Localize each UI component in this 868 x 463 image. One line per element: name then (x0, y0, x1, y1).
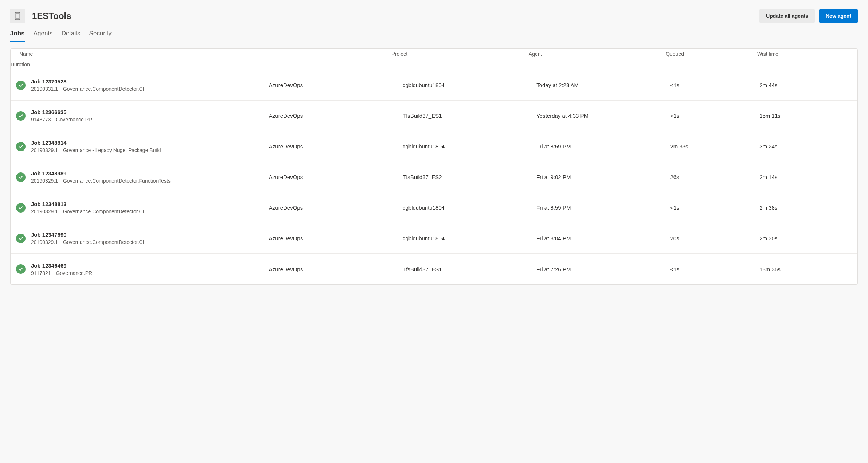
job-definition: Governance.ComponentDetector.CI (63, 86, 144, 92)
status-cell (11, 106, 31, 126)
jobs-table: Name Project Agent Queued Wait time Dura… (10, 48, 858, 285)
pool-icon (10, 9, 25, 23)
cell-duration: 2m 38s (759, 205, 849, 211)
cell-agent[interactable]: cgbldubuntu1804 (403, 205, 536, 211)
new-agent-button[interactable]: New agent (819, 9, 858, 23)
cell-wait: 20s (670, 235, 759, 241)
job-title[interactable]: Job 12348989 (31, 170, 263, 176)
job-subtitle: 20190329.1Governance.ComponentDetector.C… (31, 209, 263, 214)
cell-agent[interactable]: TfsBuild37_ES1 (403, 113, 536, 119)
cell-agent[interactable]: TfsBuild37_ES2 (403, 174, 536, 180)
job-title[interactable]: Job 12348813 (31, 201, 263, 207)
job-build-number: 20190329.1 (31, 178, 58, 184)
success-check-icon (16, 172, 26, 182)
job-definition: Governance.PR (56, 270, 93, 276)
cell-project[interactable]: AzureDevOps (269, 82, 403, 88)
table-row[interactable]: Job 123666359143773Governance.PRAzureDev… (11, 101, 857, 131)
cell-queued: Fri at 9:02 PM (536, 174, 670, 180)
cell-project[interactable]: AzureDevOps (269, 143, 403, 149)
status-cell (11, 198, 31, 218)
tab-jobs[interactable]: Jobs (10, 30, 25, 42)
cell-project[interactable]: AzureDevOps (269, 266, 403, 272)
job-name-cell: Job 1234898920190329.1Governance.Compone… (31, 170, 269, 184)
job-build-number: 20190329.1 (31, 209, 58, 214)
cell-duration: 15m 11s (759, 113, 849, 119)
job-name-cell: Job 1234881320190329.1Governance.Compone… (31, 201, 269, 214)
cell-queued: Yesterday at 4:33 PM (536, 113, 670, 119)
cell-queued: Fri at 8:04 PM (536, 235, 670, 241)
job-build-number: 20190331.1 (31, 86, 58, 92)
job-definition: Governance.PR (56, 117, 93, 122)
job-definition: Governance - Legacy Nuget Package Build (63, 147, 161, 153)
cell-wait: <1s (670, 205, 759, 211)
cell-duration: 13m 36s (759, 266, 849, 272)
cell-agent[interactable]: cgbldubuntu1804 (403, 235, 536, 241)
job-subtitle: 9143773Governance.PR (31, 117, 263, 122)
table-row[interactable]: Job 123464699117821Governance.PRAzureDev… (11, 254, 857, 284)
col-project[interactable]: Project (391, 51, 528, 57)
job-name-cell: Job 123464699117821Governance.PR (31, 262, 269, 276)
tab-details[interactable]: Details (62, 30, 81, 42)
success-check-icon (16, 234, 26, 243)
job-name-cell: Job 123666359143773Governance.PR (31, 109, 269, 122)
table-row[interactable]: Job 1234881420190329.1Governance - Legac… (11, 131, 857, 162)
cell-queued: Today at 2:23 AM (536, 82, 670, 88)
cell-queued: Fri at 8:59 PM (536, 143, 670, 149)
job-build-number: 9117821 (31, 270, 51, 276)
success-check-icon (16, 203, 26, 213)
table-row[interactable]: Job 1234898920190329.1Governance.Compone… (11, 162, 857, 192)
cell-queued: Fri at 7:26 PM (536, 266, 670, 272)
cell-wait: 2m 33s (670, 143, 759, 149)
status-cell (11, 136, 31, 156)
job-subtitle: 20190329.1Governance - Legacy Nuget Pack… (31, 147, 263, 153)
page-title: 1ESTools (32, 11, 71, 21)
job-title[interactable]: Job 12348814 (31, 140, 263, 146)
cell-project[interactable]: AzureDevOps (269, 235, 403, 241)
job-subtitle: 9117821Governance.PR (31, 270, 263, 276)
cell-duration: 3m 24s (759, 143, 849, 149)
job-title[interactable]: Job 12366635 (31, 109, 263, 115)
cell-queued: Fri at 8:59 PM (536, 205, 670, 211)
cell-duration: 2m 14s (759, 174, 849, 180)
page-header: 1ESTools Update all agents New agent (10, 9, 858, 23)
tab-security[interactable]: Security (89, 30, 112, 42)
status-cell (11, 167, 31, 187)
cell-wait: <1s (670, 113, 759, 119)
update-all-agents-button[interactable]: Update all agents (759, 9, 815, 23)
status-cell (11, 228, 31, 248)
col-agent[interactable]: Agent (529, 51, 666, 57)
col-wait-time[interactable]: Wait time (757, 51, 849, 57)
job-name-cell: Job 1237052820190331.1Governance.Compone… (31, 78, 269, 92)
cell-agent[interactable]: cgbldubuntu1804 (403, 143, 536, 149)
cell-duration: 2m 44s (759, 82, 849, 88)
job-subtitle: 20190329.1Governance.ComponentDetector.C… (31, 239, 263, 245)
status-cell (11, 259, 31, 279)
cell-agent[interactable]: cgbldubuntu1804 (403, 82, 536, 88)
cell-agent[interactable]: TfsBuild37_ES1 (403, 266, 536, 272)
job-build-number: 20190329.1 (31, 239, 58, 245)
job-title[interactable]: Job 12347690 (31, 231, 263, 238)
col-duration[interactable]: Duration (11, 62, 254, 67)
table-row[interactable]: Job 1237052820190331.1Governance.Compone… (11, 70, 857, 101)
job-definition: Governance.ComponentDetector.CI (63, 239, 144, 245)
table-header-row: Name Project Agent Queued Wait time Dura… (11, 49, 857, 70)
job-subtitle: 20190329.1Governance.ComponentDetector.F… (31, 178, 263, 184)
success-check-icon (16, 81, 26, 90)
cell-wait: 26s (670, 174, 759, 180)
job-definition: Governance.ComponentDetector.FunctionTes… (63, 178, 171, 184)
job-title[interactable]: Job 12370528 (31, 78, 263, 85)
job-build-number: 20190329.1 (31, 147, 58, 153)
col-name[interactable]: Name (11, 51, 391, 57)
table-row[interactable]: Job 1234881320190329.1Governance.Compone… (11, 192, 857, 223)
job-name-cell: Job 1234881420190329.1Governance - Legac… (31, 140, 269, 153)
cell-project[interactable]: AzureDevOps (269, 205, 403, 211)
table-row[interactable]: Job 1234769020190329.1Governance.Compone… (11, 223, 857, 254)
job-build-number: 9143773 (31, 117, 51, 122)
job-title[interactable]: Job 12346469 (31, 262, 263, 269)
cell-project[interactable]: AzureDevOps (269, 113, 403, 119)
status-cell (11, 75, 31, 95)
tab-agents[interactable]: Agents (34, 30, 53, 42)
cell-project[interactable]: AzureDevOps (269, 174, 403, 180)
col-queued[interactable]: Queued (666, 51, 757, 57)
success-check-icon (16, 264, 26, 274)
